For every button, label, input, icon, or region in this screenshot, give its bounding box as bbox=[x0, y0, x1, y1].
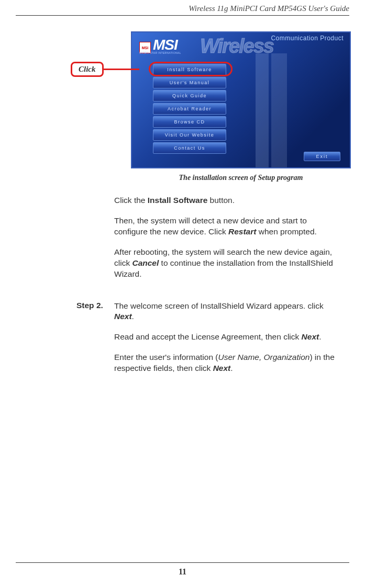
paragraph: Read and accept the License Agreement, t… bbox=[114, 332, 339, 343]
click-callout: Click bbox=[71, 62, 139, 77]
contact-us-button[interactable]: Contact Us bbox=[153, 142, 226, 154]
bold-italic-text: Cancel bbox=[132, 258, 159, 267]
paragraph: After rebooting, the system will search … bbox=[114, 247, 339, 280]
msi-brand-subtext: MICRO-STAR INTERNATIONAL bbox=[139, 51, 181, 54]
text: Click the bbox=[114, 196, 148, 205]
step-content: The welcome screen of InstallShield Wiza… bbox=[114, 301, 339, 384]
step-2: Step 2. The welcome screen of InstallShi… bbox=[16, 301, 349, 384]
communication-product-label: Communication Product bbox=[271, 35, 344, 42]
bold-italic-text: Next bbox=[302, 332, 319, 341]
text: when prompted. bbox=[256, 227, 316, 236]
quick-guide-button[interactable]: Quick Guide bbox=[153, 90, 226, 101]
text: . bbox=[230, 364, 233, 372]
italic-text: User Name, Organization bbox=[218, 353, 310, 361]
text: Enter the user's information ( bbox=[114, 353, 218, 361]
users-manual-button[interactable]: User's Manual bbox=[153, 77, 226, 88]
bold-italic-text: Next bbox=[114, 312, 132, 321]
text: The welcome screen of InstallShield Wiza… bbox=[114, 301, 324, 310]
visit-website-button[interactable]: Visit Our Website bbox=[153, 129, 226, 141]
bold-italic-text: Next bbox=[213, 364, 231, 372]
text: . bbox=[319, 332, 321, 341]
bold-text: Install Software bbox=[148, 196, 208, 205]
body-text: Click the Install Software button. Then,… bbox=[114, 195, 339, 280]
installer-screenshot: Click Wireless Communication Product MSI… bbox=[131, 31, 349, 168]
step-label: Step 2. bbox=[76, 301, 114, 384]
paragraph: Enter the user's information (User Name,… bbox=[114, 352, 339, 374]
exit-button[interactable]: Exit bbox=[304, 152, 340, 161]
callout-connector bbox=[104, 69, 139, 70]
click-callout-label: Click bbox=[71, 62, 104, 77]
text: button. bbox=[207, 196, 235, 205]
highlight-oval bbox=[149, 62, 233, 76]
page-header: Wireless 11g MiniPCI Card MP54GS User's … bbox=[16, 0, 349, 16]
acrobat-reader-button[interactable]: Acrobat Reader bbox=[153, 103, 226, 115]
footer-divider bbox=[16, 562, 349, 563]
paragraph: The welcome screen of InstallShield Wiza… bbox=[114, 301, 339, 323]
screenshot-caption: The installation screen of Setup program bbox=[131, 174, 351, 182]
page-number: 11 bbox=[0, 567, 365, 576]
text: Read and accept the License Agreement, t… bbox=[114, 332, 302, 341]
bg-stripe bbox=[271, 53, 287, 168]
browse-cd-button[interactable]: Browse CD bbox=[153, 116, 226, 128]
installer-menu: Install Software User's Manual Quick Gui… bbox=[153, 64, 226, 154]
bg-stripe bbox=[256, 53, 269, 168]
bold-italic-text: Restart bbox=[228, 227, 256, 236]
installer-window: Wireless Communication Product MSI MSI M… bbox=[131, 31, 351, 168]
paragraph: Then, the system will detect a new devic… bbox=[114, 216, 339, 238]
paragraph: Click the Install Software button. bbox=[114, 195, 339, 206]
text: . bbox=[132, 312, 134, 321]
